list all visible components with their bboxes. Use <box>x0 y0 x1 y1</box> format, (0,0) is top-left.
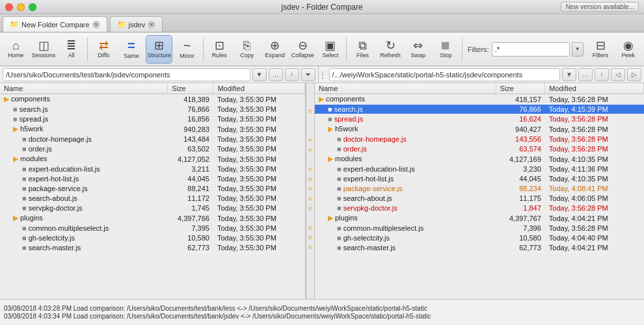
file-icon: ■ <box>337 244 342 252</box>
minor-button[interactable]: ~ Minor <box>174 35 200 64</box>
right-table-row[interactable]: ▶ h5work 940,427 Today, 3:56:28 PM <box>315 124 644 135</box>
right-table-row[interactable]: ▶ modules 4,127,169 Today, 4:10:35 PM <box>315 154 644 164</box>
right-table-row[interactable]: ■ doctor-homepage.js 143,556 Today, 3:56… <box>315 135 644 144</box>
left-table-row[interactable]: ■ order.js 63,502 Today, 3:55:30 PM <box>0 144 305 154</box>
maximize-button[interactable] <box>29 3 36 11</box>
left-path-nav-history[interactable]: ⏷ <box>301 68 315 81</box>
left-table-row[interactable]: ▶ plugins 4,397,766 Today, 3:55:30 PM <box>0 213 305 224</box>
file-name: ■ search-master.js <box>0 243 168 253</box>
filters-button[interactable]: ⊟ Filters <box>587 35 614 64</box>
right-table-row[interactable]: ■ expert-hot-list.js 44,045 Today, 4:10:… <box>315 174 644 184</box>
left-table-row[interactable]: ■ gh-selectcity.js 10,580 Today, 3:55:30… <box>0 233 305 243</box>
new-version-button[interactable]: New version available... <box>561 2 639 12</box>
minimize-button[interactable] <box>17 3 25 11</box>
file-name: ▶ h5work <box>0 124 168 135</box>
file-modified: Today, 3:55:30 PM <box>213 233 305 243</box>
file-size: 940,283 <box>168 124 213 135</box>
file-modified: Today, 3:56:28 PM <box>545 144 644 154</box>
file-icon: ■ <box>22 175 27 183</box>
right-file-pane[interactable]: Name Size Modified ▶ components 418,157 … <box>315 83 644 299</box>
file-name: ■ expert-education-list.js <box>0 164 168 174</box>
minor-label: Minor <box>180 53 195 59</box>
select-button[interactable]: ▣ Select <box>317 35 344 64</box>
file-icon: ■ <box>22 204 27 212</box>
tab-folder-compare-close[interactable]: ✕ <box>92 21 100 29</box>
left-table-row[interactable]: ■ spread.js 16,856 Today, 3:55:30 PM <box>0 114 305 124</box>
traffic-lights <box>5 3 36 11</box>
file-modified: Today, 3:55:30 PM <box>213 144 305 154</box>
files-button[interactable]: ⧉ Files <box>349 35 376 64</box>
gutter-marker <box>306 96 314 106</box>
left-table-row[interactable]: ■ servpkg-doctor.js 1,745 Today, 3:55:30… <box>0 203 305 213</box>
select-icon: ▣ <box>325 40 336 51</box>
diffs-button[interactable]: ⇄ Diffs <box>90 35 117 64</box>
file-size: 88,234 <box>496 184 545 194</box>
left-table-row[interactable]: ▶ modules 4,127,052 Today, 3:55:30 PM <box>0 154 305 164</box>
peek-icon: ◉ <box>623 40 634 51</box>
right-table-row[interactable]: ■ spread.js 16,624 Today, 3:56:28 PM <box>315 114 644 124</box>
right-table-row[interactable]: ▶ components 418,157 Today, 3:56:28 PM <box>315 94 644 105</box>
copy-button[interactable]: ⎘ Copy <box>234 35 260 64</box>
tab-jsdev[interactable]: 📁 jsdev ✕ <box>110 16 163 32</box>
left-table-row[interactable]: ■ package-service.js 88,241 Today, 3:55:… <box>0 184 305 194</box>
left-table-row[interactable]: ■ search-master.js 62,773 Today, 3:55:30… <box>0 243 305 253</box>
left-path-dropdown[interactable]: ▼ <box>252 68 267 81</box>
same-button[interactable]: = Same <box>118 35 145 64</box>
left-table-row[interactable]: ■ search-about.js 11,172 Today, 3:55:30 … <box>0 194 305 203</box>
swap-button[interactable]: ⇔ Swap <box>405 35 431 64</box>
right-path-nav-up[interactable]: ↑ <box>595 68 609 81</box>
file-modified: Today, 3:55:30 PM <box>213 154 305 164</box>
toolbar-sep-2 <box>203 38 204 61</box>
close-button[interactable] <box>5 3 13 11</box>
left-table-row[interactable]: ■ expert-hot-list.js 44,045 Today, 3:55:… <box>0 174 305 184</box>
right-path-nav-left[interactable]: ◁ <box>611 68 625 81</box>
folder-compare-tab-icon: 📁 <box>10 20 19 29</box>
left-table-row[interactable]: ■ search.js 76,866 Today, 3:55:30 PM <box>0 105 305 114</box>
peek-button[interactable]: ◉ Peek <box>615 35 641 64</box>
rules-button[interactable]: ⊡ Rules <box>206 35 233 64</box>
right-table-row[interactable]: ■ order.js 63,574 Today, 3:56:28 PM <box>315 144 644 154</box>
refresh-button[interactable]: ↻ Refresh <box>377 35 404 64</box>
left-path-nav-up[interactable]: ↑ <box>285 68 299 81</box>
right-table-row[interactable]: ■ servpkg-doctor.js 1,847 Today, 3:56:28… <box>315 203 644 213</box>
file-size: 88,241 <box>168 184 213 194</box>
filters-dropdown-button[interactable]: ▼ <box>572 42 584 57</box>
all-button[interactable]: ≣ All <box>58 35 85 64</box>
right-table-row[interactable]: ■ common-multipleselect.js 7,396 Today, … <box>315 224 644 233</box>
left-table-row[interactable]: ■ doctor-homepage.js 143,484 Today, 3:55… <box>0 135 305 144</box>
right-table-row[interactable]: ■ package-service.js 88,234 Today, 4:08:… <box>315 184 644 194</box>
right-table-row[interactable]: ■ search-master.js 62,773 Today, 4:04:21… <box>315 243 644 253</box>
file-name: ■ gh-selectcity.js <box>315 233 496 243</box>
left-table-row[interactable]: ■ expert-education-list.js 3,211 Today, … <box>0 164 305 174</box>
filters-input[interactable] <box>492 42 570 57</box>
file-modified: Today, 4:15:39 PM <box>545 105 644 114</box>
right-path-input[interactable] <box>329 68 561 81</box>
collapse-button[interactable]: ⊖ Collapse <box>289 35 316 64</box>
file-modified: Today, 4:10:35 PM <box>545 174 644 184</box>
diffs-icon: ⇄ <box>99 40 109 51</box>
left-path-input[interactable] <box>3 68 250 81</box>
right-table-row[interactable]: ▶ plugins 4,397,767 Today, 4:04:21 PM <box>315 213 644 224</box>
right-table-row[interactable]: ■ search-about.js 11,175 Today, 4:06:05 … <box>315 194 644 203</box>
file-modified: Today, 3:56:28 PM <box>545 203 644 213</box>
left-table-row[interactable]: ▶ h5work 940,283 Today, 3:55:30 PM <box>0 124 305 135</box>
file-icon: ■ <box>337 175 342 183</box>
structure-button[interactable]: ⊞ Structure <box>146 35 172 64</box>
left-table-row[interactable]: ▶ components 418,389 Today, 3:55:30 PM <box>0 94 305 105</box>
file-name: ■ servpkg-doctor.js <box>315 203 496 213</box>
left-path-browse[interactable]: … <box>269 68 283 81</box>
stop-button[interactable]: ⏹ Stop <box>433 35 459 64</box>
home-button[interactable]: ⌂ Home <box>3 35 29 64</box>
right-table-row[interactable]: ■ search.js 76,866 Today, 4:15:39 PM <box>315 105 644 114</box>
right-table-row[interactable]: ■ expert-education-list.js 3,230 Today, … <box>315 164 644 174</box>
expand-button[interactable]: ⊕ Expand <box>262 35 288 64</box>
tab-jsdev-close[interactable]: ✕ <box>148 21 155 29</box>
left-table-row[interactable]: ■ common-multipleselect.js 7,395 Today, … <box>0 224 305 233</box>
right-path-nav-right[interactable]: ▷ <box>627 68 641 81</box>
left-file-pane[interactable]: Name Size Modified ▶ components 418,389 … <box>0 83 306 299</box>
right-path-dropdown[interactable]: ▼ <box>562 68 576 81</box>
right-path-browse[interactable]: … <box>578 68 593 81</box>
tab-folder-compare[interactable]: 📁 New Folder Compare ✕ <box>3 16 107 32</box>
sessions-button[interactable]: ◫ Sessions <box>31 35 57 64</box>
right-table-row[interactable]: ■ gh-selectcity.js 10,580 Today, 4:04:40… <box>315 233 644 243</box>
